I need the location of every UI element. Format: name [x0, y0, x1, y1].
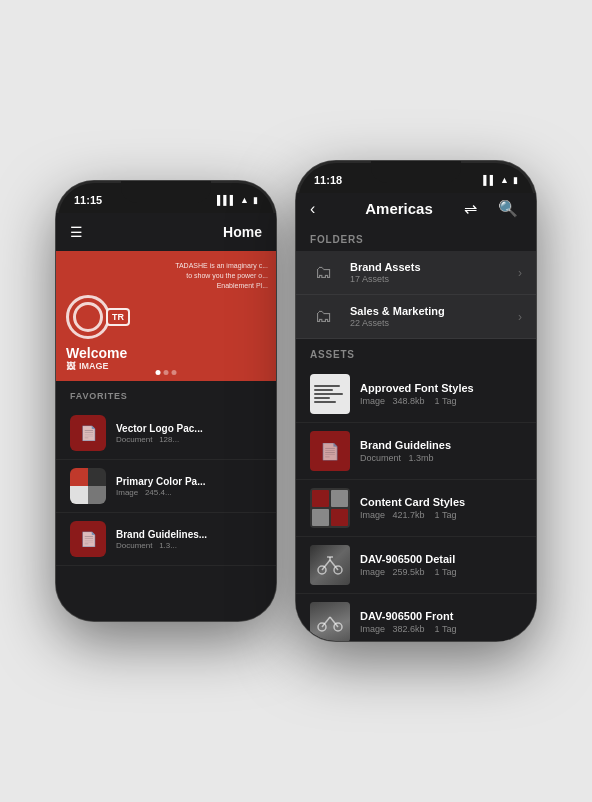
logo-tr: TR — [106, 308, 130, 326]
fav-item-1[interactable]: 📄 Vector Logo Pac... Document 128... — [56, 407, 276, 460]
asset-name-3: Content Card Styles — [360, 496, 522, 508]
folder-name-1: Brand Assets — [350, 261, 506, 273]
phone-right: 11:18 ▌▌ ▲ ▮ ‹ Americas ⇌ 🔍 FOLDERS 🗂 — [296, 161, 536, 641]
swatch-med — [88, 486, 106, 504]
asset-info-5: DAV-906500 Front Image 382.6kb 1 Tag — [360, 610, 522, 634]
thumb-red-doc: 📄 — [310, 431, 350, 471]
asset-item-2[interactable]: 📄 Brand Guidelines Document 1.3mb — [296, 423, 536, 480]
hero-description: TADASHE is an imaginary c... to show you… — [168, 261, 268, 290]
asset-meta-4: Image 259.5kb 1 Tag — [360, 567, 522, 577]
nav-title-left: Home — [223, 224, 262, 240]
chevron-icon-1: › — [518, 266, 522, 280]
nav-buttons-right: ⇌ 🔍 — [464, 199, 522, 218]
fav-thumb-1: 📄 — [70, 415, 106, 451]
hero-dots — [156, 370, 177, 375]
asset-name-1: Approved Font Styles — [360, 382, 522, 394]
asset-thumb-3 — [310, 488, 350, 528]
search-button[interactable]: 🔍 — [498, 199, 522, 218]
menu-icon[interactable]: ☰ — [70, 224, 83, 240]
nav-bar-left: ☰ Home — [56, 213, 276, 251]
screen-right: ‹ Americas ⇌ 🔍 FOLDERS 🗂 Brand Assets 17… — [296, 193, 536, 641]
asset-thumb-2: 📄 — [310, 431, 350, 471]
folder-count-2: 22 Assets — [350, 318, 506, 328]
fav-thumb-red-3: 📄 — [70, 521, 106, 557]
swatch-white — [70, 486, 88, 504]
thumb-typography — [310, 374, 350, 414]
notch-left — [121, 181, 211, 203]
folders-label: FOLDERS — [296, 224, 536, 251]
line-1 — [314, 385, 340, 387]
fav-thumb-2 — [70, 468, 106, 504]
asset-meta-2: Document 1.3mb — [360, 453, 522, 463]
logo-outer-circle — [66, 295, 110, 339]
image-icon: 🖼 — [66, 361, 75, 371]
fav-item-2[interactable]: Primary Color Pa... Image 245.4... — [56, 460, 276, 513]
fav-info-3: Brand Guidelines... Document 1.3... — [116, 529, 262, 550]
card-cell-1 — [312, 490, 329, 507]
line-4 — [314, 397, 330, 399]
folder-icon-2: 🗂 — [310, 306, 338, 327]
dot-1 — [156, 370, 161, 375]
fav-thumb-3: 📄 — [70, 521, 106, 557]
asset-thumb-1 — [310, 374, 350, 414]
color-swatch — [70, 468, 106, 504]
asset-info-1: Approved Font Styles Image 348.8kb 1 Tag — [360, 382, 522, 406]
asset-item-1[interactable]: Approved Font Styles Image 348.8kb 1 Tag — [296, 366, 536, 423]
folder-count-1: 17 Assets — [350, 274, 506, 284]
asset-name-4: DAV-906500 Detail — [360, 553, 522, 565]
line-2 — [314, 389, 333, 391]
folder-info-2: Sales & Marketing 22 Assets — [350, 305, 506, 328]
nav-title-right: Americas — [334, 200, 464, 217]
folder-name-2: Sales & Marketing — [350, 305, 506, 317]
fav-info-2: Primary Color Pa... Image 245.4... — [116, 476, 262, 497]
card-cell-2 — [331, 490, 348, 507]
fav-name-1: Vector Logo Pac... — [116, 423, 262, 434]
fav-info-1: Vector Logo Pac... Document 128... — [116, 423, 262, 444]
folder-item-2[interactable]: 🗂 Sales & Marketing 22 Assets › — [296, 295, 536, 339]
filter-button[interactable]: ⇌ — [464, 199, 488, 218]
asset-meta-1: Image 348.8kb 1 Tag — [360, 396, 522, 406]
status-icons-left: ▌▌▌ ▲ ▮ — [217, 195, 258, 205]
signal-icon-r: ▌▌ — [483, 175, 496, 185]
wifi-icon: ▲ — [240, 195, 249, 205]
folder-info-1: Brand Assets 17 Assets — [350, 261, 506, 284]
card-cell-4 — [331, 509, 348, 526]
status-icons-right: ▌▌ ▲ ▮ — [483, 175, 518, 185]
time-left: 11:15 — [74, 194, 102, 206]
fav-meta-3: Document 1.3... — [116, 541, 262, 550]
swatch-red — [70, 468, 88, 486]
fav-item-3[interactable]: 📄 Brand Guidelines... Document 1.3... — [56, 513, 276, 566]
asset-item-5[interactable]: DAV-906500 Front Image 382.6kb 1 Tag — [296, 594, 536, 641]
asset-info-3: Content Card Styles Image 421.7kb 1 Tag — [360, 496, 522, 520]
dot-3 — [172, 370, 177, 375]
battery-icon: ▮ — [253, 195, 258, 205]
folder-icon-1: 🗂 — [310, 262, 338, 283]
asset-item-4[interactable]: DAV-906500 Detail Image 259.5kb 1 Tag — [296, 537, 536, 594]
hero-label: Welcome — [66, 345, 127, 361]
signal-icon: ▌▌▌ — [217, 195, 236, 205]
hero-banner: TADASHE is an imaginary c... to show you… — [56, 251, 276, 381]
chevron-icon-2: › — [518, 310, 522, 324]
asset-item-3[interactable]: Content Card Styles Image 421.7kb 1 Tag — [296, 480, 536, 537]
asset-name-5: DAV-906500 Front — [360, 610, 522, 622]
asset-meta-5: Image 382.6kb 1 Tag — [360, 624, 522, 634]
time-right: 11:18 — [314, 174, 342, 186]
card-cell-3 — [312, 509, 329, 526]
wifi-icon-r: ▲ — [500, 175, 509, 185]
fav-meta-2: Image 245.4... — [116, 488, 262, 497]
thumb-cards — [310, 488, 350, 528]
bike-svg-1 — [317, 555, 343, 575]
hero-logo: TR — [66, 295, 130, 339]
fav-name-2: Primary Color Pa... — [116, 476, 262, 487]
notch-right — [371, 161, 461, 183]
nav-bar-right: ‹ Americas ⇌ 🔍 — [296, 193, 536, 224]
asset-name-2: Brand Guidelines — [360, 439, 522, 451]
battery-icon-r: ▮ — [513, 175, 518, 185]
back-button[interactable]: ‹ — [310, 200, 334, 218]
screen-left: ☰ Home TADASHE is an imaginary c... to s… — [56, 213, 276, 621]
folder-item-1[interactable]: 🗂 Brand Assets 17 Assets › — [296, 251, 536, 295]
asset-thumb-4 — [310, 545, 350, 585]
dot-2 — [164, 370, 169, 375]
fav-thumb-red-1: 📄 — [70, 415, 106, 451]
thumb-bike-1 — [310, 545, 350, 585]
